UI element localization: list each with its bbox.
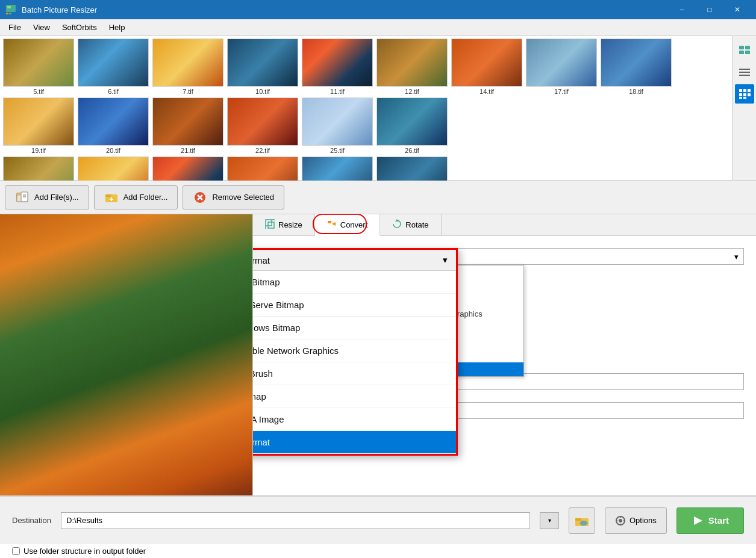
list-item[interactable]: 10.tif <box>226 39 299 95</box>
sidebar-grid-icon[interactable] <box>735 84 754 104</box>
list-item[interactable]: 18.tif <box>600 39 672 95</box>
svg-rect-4 <box>739 46 744 49</box>
app-icon <box>5 4 17 16</box>
menu-softorbits[interactable]: SoftOrbits <box>56 20 103 34</box>
footer-row2: Use folder structure in output folder <box>0 544 756 558</box>
tab-resize-label: Resize <box>278 220 302 229</box>
sidebar-list-icon[interactable] <box>735 63 754 82</box>
add-files-icon <box>15 190 30 205</box>
thumbnails-row-1: 5.tif 6.tif 7.tif 10.tif <box>2 39 729 95</box>
thumbnails-row-3: 30.tif 32.tif 33.tif 35.tif <box>2 157 729 181</box>
menu-help[interactable]: Help <box>103 20 131 34</box>
list-item[interactable]: 35.tif <box>226 157 299 181</box>
list-item[interactable]: 7.tif <box>152 39 224 95</box>
thumbnails-row-2: 19.tif 20.tif 21.tif 22.tif <box>2 98 729 154</box>
list-item[interactable]: 30.tif <box>2 157 75 181</box>
folder-structure-checkbox-label[interactable]: Use folder structure in output folder <box>12 547 146 556</box>
big-dropdown-item-pcx[interactable]: PCX (*.pcx) PaintBrush <box>253 362 456 385</box>
thumbnails-area: 5.tif 6.tif 7.tif 10.tif <box>0 36 732 181</box>
big-dropdown-item-png[interactable]: PNG (*.png) Portable Network Graphics <box>253 339 456 362</box>
list-item[interactable]: 37.tif <box>301 157 373 181</box>
list-item[interactable]: 12.tif <box>376 39 448 95</box>
thumbnail-image <box>227 157 298 181</box>
destination-dropdown-arrow[interactable]: ▾ <box>540 512 559 529</box>
thumbnail-label: 7.tif <box>183 88 193 95</box>
list-item[interactable]: 25.tif <box>301 98 373 154</box>
thumbnail-label: 21.tif <box>181 147 195 154</box>
thumbnail-image <box>376 39 448 87</box>
big-dropdown-item-jpg[interactable]: JPG (*.jpg) JPEG Bitmap <box>253 271 456 294</box>
list-item[interactable]: 11.tif <box>301 39 373 95</box>
add-folder-button[interactable]: Add Folder... <box>94 185 178 209</box>
close-button[interactable]: ✕ <box>723 0 751 19</box>
list-item[interactable]: 32.tif <box>77 157 149 181</box>
format-big-dropdown[interactable]: Use the original format ▾ JPG (*.jpg) JP… <box>253 248 458 456</box>
thumbnail-image <box>302 157 373 181</box>
list-item[interactable]: 21.tif <box>152 98 224 154</box>
tab-rotate[interactable]: Rotate <box>380 214 441 235</box>
options-button[interactable]: Options <box>605 507 667 534</box>
list-item[interactable]: 38.tif <box>376 157 448 181</box>
destination-input[interactable] <box>61 512 530 529</box>
thumbnail-image <box>78 39 149 87</box>
add-files-button[interactable]: Add File(s)... <box>5 185 89 209</box>
add-files-label: Add File(s)... <box>34 193 79 202</box>
big-dropdown-item-gif[interactable]: GIF (*.gif) CompuServe Bitmap <box>253 294 456 317</box>
list-item[interactable]: 17.tif <box>525 39 598 95</box>
list-item[interactable]: 19.tif <box>2 98 75 154</box>
thumbnail-label: 22.tif <box>255 147 270 154</box>
thumbnail-image <box>526 39 597 87</box>
footer-container: Destination ▾ Options <box>0 495 756 558</box>
remove-selected-button[interactable]: Remove Selected <box>183 185 284 209</box>
add-folder-icon <box>104 190 119 205</box>
rotate-tab-icon <box>392 219 402 231</box>
tab-convert[interactable]: Convert <box>315 214 381 236</box>
big-dropdown-header-value: Use the original format <box>253 255 270 265</box>
big-dropdown-header[interactable]: Use the original format ▾ <box>253 250 456 271</box>
list-item[interactable]: 14.tif <box>451 39 523 95</box>
menu-file[interactable]: File <box>2 20 27 34</box>
thumbnail-image <box>3 157 74 181</box>
list-item[interactable]: 26.tif <box>376 98 448 154</box>
thumbnail-image <box>601 39 672 87</box>
list-item[interactable]: 6.tif <box>77 39 149 95</box>
tab-rotate-label: Rotate <box>405 220 428 229</box>
thumbnail-label: 20.tif <box>106 147 120 154</box>
menu-view[interactable]: View <box>27 20 56 34</box>
resize-tab-icon <box>265 219 275 231</box>
thumbnail-image <box>376 98 448 146</box>
thumbnail-image <box>78 157 149 181</box>
thumbnail-label: 17.tif <box>554 88 569 95</box>
maximize-button[interactable]: □ <box>696 0 723 19</box>
tabs: Resize Convert <box>253 214 756 236</box>
svg-rect-47 <box>623 520 625 521</box>
browse-folder-button[interactable] <box>569 507 595 534</box>
thumbnail-image <box>376 157 448 181</box>
thumbnail-image <box>302 98 373 146</box>
thumbnail-label: 18.tif <box>629 88 643 95</box>
big-dropdown-item-tga[interactable]: TGA (*.tga) TARGA Image <box>253 408 456 431</box>
window-controls: – □ ✕ <box>668 0 751 19</box>
thumbnail-image <box>3 98 74 146</box>
remove-selected-icon <box>193 190 207 205</box>
thumbnail-label: 26.tif <box>405 147 419 154</box>
thumbnail-image <box>302 39 373 87</box>
list-item[interactable]: 33.tif <box>152 157 224 181</box>
sidebar-gallery-icon[interactable] <box>735 41 754 60</box>
svg-rect-3 <box>9 13 11 14</box>
list-item[interactable]: 20.tif <box>77 98 149 154</box>
list-item[interactable]: 22.tif <box>226 98 299 154</box>
start-label: Start <box>708 515 729 525</box>
minimize-button[interactable]: – <box>668 0 696 19</box>
thumbnails-scroll[interactable]: 5.tif 6.tif 7.tif 10.tif <box>0 36 732 181</box>
svg-rect-14 <box>739 93 742 96</box>
list-item[interactable]: 5.tif <box>2 39 75 95</box>
start-button[interactable]: Start <box>676 507 744 534</box>
big-dropdown-item-original[interactable]: Use the original format <box>253 431 456 454</box>
folder-structure-checkbox[interactable] <box>12 547 20 555</box>
big-dropdown-item-tif[interactable]: TIF (*.tif) TIFF Bitmap <box>253 385 456 408</box>
app-title: Batch Picture Resizer <box>22 5 668 14</box>
preview-panel <box>0 214 253 495</box>
big-dropdown-item-bmp[interactable]: BMP (*.bmp) Windows Bitmap <box>253 317 456 339</box>
tab-resize[interactable]: Resize <box>253 214 315 235</box>
